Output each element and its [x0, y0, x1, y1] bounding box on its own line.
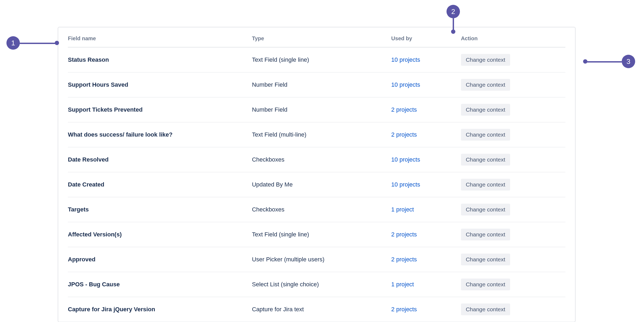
table-row: TargetsCheckboxes1 projectChange context: [68, 197, 565, 222]
table-row: Capture for Jira jQuery VersionCapture f…: [68, 297, 565, 322]
annotation-connector-1: [20, 43, 55, 44]
annotation-dot-1: [55, 41, 59, 45]
annotation-badge-3: 3: [622, 55, 635, 68]
used-by-link[interactable]: 10 projects: [391, 56, 420, 63]
field-name: Capture for Jira jQuery Version: [68, 306, 155, 313]
change-context-button[interactable]: Change context: [461, 104, 510, 116]
used-by-link[interactable]: 2 projects: [391, 256, 417, 263]
annotation-connector-2: [453, 18, 454, 30]
table-row: ApprovedUser Picker (multiple users)2 pr…: [68, 247, 565, 272]
field-type: Number Field: [252, 106, 287, 113]
used-by-link[interactable]: 2 projects: [391, 131, 417, 138]
change-context-button[interactable]: Change context: [461, 229, 510, 240]
field-name: Support Hours Saved: [68, 81, 128, 88]
header-action: Action: [461, 27, 565, 47]
change-context-button[interactable]: Change context: [461, 254, 510, 265]
field-name: Approved: [68, 256, 96, 263]
annotation-badge-2: 2: [447, 5, 460, 18]
field-type: Number Field: [252, 81, 287, 88]
used-by-link[interactable]: 10 projects: [391, 156, 420, 163]
used-by-link[interactable]: 2 projects: [391, 106, 417, 113]
fields-panel: Field name Type Used by Action Status Re…: [58, 27, 576, 322]
used-by-link[interactable]: 10 projects: [391, 181, 420, 188]
field-type: Text Field (multi-line): [252, 131, 306, 138]
used-by-link[interactable]: 2 projects: [391, 231, 417, 238]
field-type: Updated By Me: [252, 181, 293, 188]
fields-table: Field name Type Used by Action Status Re…: [68, 27, 565, 322]
field-name: Date Resolved: [68, 156, 109, 163]
change-context-button[interactable]: Change context: [461, 54, 510, 66]
annotation-connector-3: [587, 61, 622, 63]
table-row: Support Hours SavedNumber Field10 projec…: [68, 72, 565, 97]
table-row: Date CreatedUpdated By Me10 projectsChan…: [68, 172, 565, 197]
change-context-button[interactable]: Change context: [461, 179, 510, 191]
field-type: Checkboxes: [252, 156, 284, 163]
field-name: JPOS - Bug Cause: [68, 281, 120, 288]
table-row: Affected Version(s)Text Field (single li…: [68, 222, 565, 247]
table-header-row: Field name Type Used by Action: [68, 27, 565, 47]
annotation-dot-3: [583, 59, 587, 64]
field-name: Status Reason: [68, 56, 109, 63]
field-type: User Picker (multiple users): [252, 256, 324, 263]
field-name: Affected Version(s): [68, 231, 122, 238]
table-row: Date ResolvedCheckboxes10 projectsChange…: [68, 147, 565, 172]
change-context-button[interactable]: Change context: [461, 79, 510, 91]
annotation-dot-2: [451, 30, 455, 34]
used-by-link[interactable]: 10 projects: [391, 81, 420, 88]
field-name: What does success/ failure look like?: [68, 131, 173, 138]
annotation-badge-1: 1: [6, 36, 20, 50]
field-type: Checkboxes: [252, 206, 284, 213]
change-context-button[interactable]: Change context: [461, 129, 510, 141]
change-context-button[interactable]: Change context: [461, 154, 510, 166]
field-name: Support Tickets Prevented: [68, 106, 142, 113]
table-row: JPOS - Bug CauseSelect List (single choi…: [68, 272, 565, 297]
table-row: What does success/ failure look like?Tex…: [68, 122, 565, 147]
table-row: Support Tickets PreventedNumber Field2 p…: [68, 97, 565, 122]
used-by-link[interactable]: 1 project: [391, 206, 414, 213]
header-used-by: Used by: [391, 27, 461, 47]
change-context-button[interactable]: Change context: [461, 279, 510, 290]
header-type: Type: [252, 27, 391, 47]
field-name: Targets: [68, 206, 89, 213]
field-name: Date Created: [68, 181, 104, 188]
change-context-button[interactable]: Change context: [461, 303, 510, 315]
field-type: Text Field (single line): [252, 231, 309, 238]
field-type: Text Field (single line): [252, 56, 309, 63]
change-context-button[interactable]: Change context: [461, 204, 510, 215]
used-by-link[interactable]: 2 projects: [391, 306, 417, 313]
used-by-link[interactable]: 1 project: [391, 281, 414, 288]
table-row: Status ReasonText Field (single line)10 …: [68, 47, 565, 72]
field-type: Capture for Jira text: [252, 306, 304, 313]
field-type: Select List (single choice): [252, 281, 319, 288]
header-field-name: Field name: [68, 27, 252, 47]
